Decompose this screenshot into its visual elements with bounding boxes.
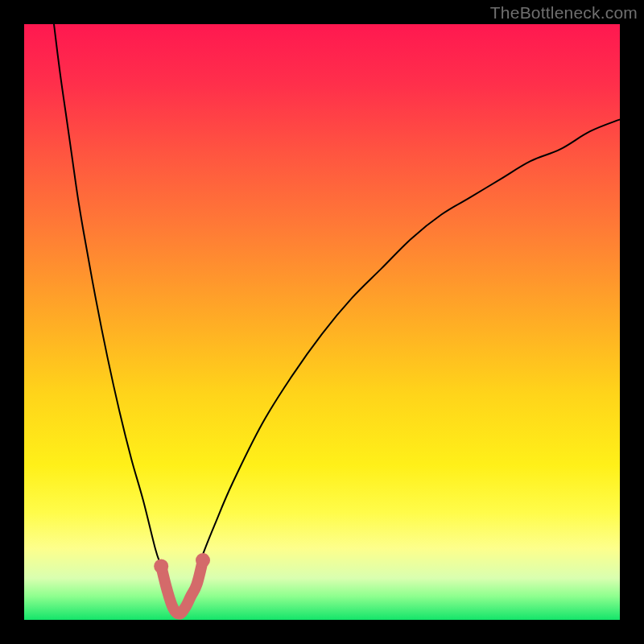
curve-right-branch <box>179 119 620 613</box>
highlight-dot <box>154 559 168 573</box>
curve-left-branch <box>54 24 179 614</box>
highlight-dot <box>196 553 210 568</box>
curve-layer <box>24 24 620 620</box>
plot-area <box>24 24 620 620</box>
watermark-text: TheBottleneck.com <box>490 3 638 23</box>
chart-frame: TheBottleneck.com <box>0 0 644 644</box>
